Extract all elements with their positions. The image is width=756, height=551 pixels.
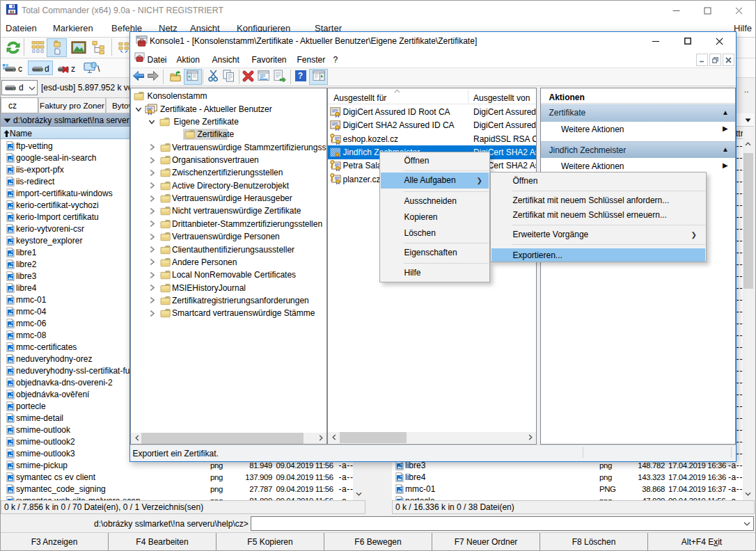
svg-text:64: 64: [10, 10, 14, 14]
